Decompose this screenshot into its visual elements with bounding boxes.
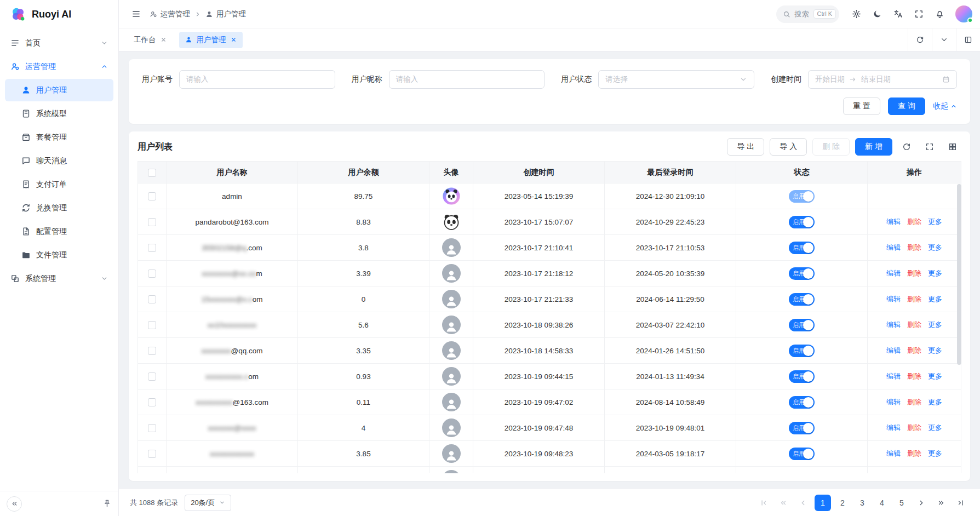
export-button[interactable]: 导 出 <box>727 138 764 156</box>
collapse-filter-link[interactable]: 收起 <box>933 101 957 111</box>
tab-workbench[interactable]: 工作台 <box>128 32 173 48</box>
more-link[interactable]: 更多 <box>928 423 942 432</box>
more-link[interactable]: 更多 <box>928 295 942 303</box>
tab-user-management[interactable]: 用户管理 <box>179 32 243 48</box>
row-checkbox[interactable] <box>148 424 156 432</box>
sidebar-toggle-button[interactable] <box>127 5 145 24</box>
status-toggle[interactable]: 启用 <box>789 293 815 306</box>
delete-link[interactable]: 删除 <box>907 372 921 380</box>
delete-link[interactable]: 删除 <box>907 449 921 457</box>
sidebar-item-payment-orders[interactable]: 支付订单 <box>5 173 113 196</box>
delete-link[interactable]: 删除 <box>907 269 921 277</box>
status-toggle[interactable]: 启用 <box>789 473 815 474</box>
language-button[interactable] <box>889 5 907 24</box>
refresh-tab-button[interactable] <box>908 28 932 51</box>
edit-link[interactable]: 编辑 <box>886 398 901 406</box>
settings-button[interactable] <box>847 5 866 24</box>
sidebar-item-system[interactable]: 系统管理 <box>5 267 113 290</box>
row-checkbox[interactable] <box>148 321 156 329</box>
status-toggle[interactable]: 启用 <box>789 422 815 434</box>
delete-link[interactable]: 删除 <box>907 423 921 432</box>
more-link[interactable]: 更多 <box>928 449 942 457</box>
dark-mode-button[interactable] <box>868 5 886 24</box>
status-toggle[interactable]: 启用 <box>789 267 815 280</box>
row-checkbox[interactable] <box>148 347 156 355</box>
sidebar-item-operations[interactable]: 运营管理 <box>5 55 113 78</box>
refresh-table-button[interactable] <box>898 138 915 156</box>
edit-link[interactable]: 编辑 <box>886 217 901 226</box>
next-page-button[interactable] <box>913 495 930 511</box>
more-link[interactable]: 更多 <box>928 269 942 277</box>
delete-link[interactable]: 删除 <box>907 320 921 329</box>
date-range-input[interactable]: 开始日期 结束日期 <box>808 70 957 89</box>
row-checkbox[interactable] <box>148 244 156 252</box>
sidebar-item-exchange-management[interactable]: 兑换管理 <box>5 197 113 219</box>
sidebar-item-user-management[interactable]: 用户管理 <box>5 79 113 101</box>
edit-link[interactable]: 编辑 <box>886 269 901 277</box>
more-link[interactable]: 更多 <box>928 346 942 354</box>
column-settings-button[interactable] <box>944 138 961 156</box>
prev-page-button[interactable] <box>795 495 811 511</box>
fullscreen-button[interactable] <box>909 5 928 24</box>
jump-forward-button[interactable] <box>933 495 949 511</box>
row-checkbox[interactable] <box>148 372 156 381</box>
edit-link[interactable]: 编辑 <box>886 372 901 380</box>
delete-link[interactable]: 删除 <box>907 243 921 251</box>
edit-link[interactable]: 编辑 <box>886 449 901 457</box>
edit-link[interactable]: 编辑 <box>886 423 901 432</box>
page-button[interactable]: 5 <box>893 495 910 511</box>
edit-link[interactable]: 编辑 <box>886 320 901 329</box>
first-page-button[interactable] <box>755 495 772 511</box>
row-checkbox[interactable] <box>148 450 156 458</box>
notifications-button[interactable] <box>930 5 949 24</box>
more-link[interactable]: 更多 <box>928 320 942 329</box>
account-input[interactable]: 请输入 <box>179 70 335 89</box>
sidebar-item-system-models[interactable]: 系统模型 <box>5 102 113 125</box>
status-toggle[interactable]: 启用 <box>789 370 815 383</box>
row-checkbox[interactable] <box>148 295 156 303</box>
import-button[interactable]: 导 入 <box>770 138 807 156</box>
expand-table-button[interactable] <box>921 138 938 156</box>
status-toggle[interactable]: 启用 <box>789 242 815 254</box>
delete-link[interactable]: 删除 <box>907 295 921 303</box>
status-select[interactable]: 请选择 <box>598 70 754 89</box>
delete-link[interactable]: 删除 <box>907 217 921 226</box>
delete-link[interactable]: 删除 <box>907 398 921 406</box>
collapse-sidebar-button[interactable] <box>7 496 22 512</box>
global-search[interactable]: 搜索 Ctrl K <box>776 5 840 23</box>
relayout-button[interactable] <box>956 28 980 51</box>
close-icon[interactable] <box>231 37 237 43</box>
page-button[interactable]: 4 <box>874 495 890 511</box>
status-toggle[interactable]: 启用 <box>789 345 815 357</box>
status-toggle[interactable]: 启用 <box>789 216 815 228</box>
status-toggle[interactable]: 启用 <box>789 190 815 203</box>
close-icon[interactable] <box>161 37 167 43</box>
select-all-checkbox[interactable] <box>148 169 156 177</box>
status-toggle[interactable]: 启用 <box>789 319 815 331</box>
sidebar-item-file-management[interactable]: 文件管理 <box>5 244 113 266</box>
delete-button[interactable]: 删 除 <box>812 138 850 156</box>
more-link[interactable]: 更多 <box>928 217 942 226</box>
jump-back-button[interactable] <box>775 495 792 511</box>
app-logo[interactable]: Ruoyi AI <box>0 0 118 28</box>
page-button[interactable]: 3 <box>854 495 870 511</box>
pin-sidebar-button[interactable] <box>102 499 112 508</box>
reset-button[interactable]: 重 置 <box>843 98 880 115</box>
breadcrumb-item-operations[interactable]: 运营管理 <box>150 9 190 19</box>
tab-options-button[interactable] <box>932 28 956 51</box>
page-button[interactable]: 2 <box>834 495 851 511</box>
edit-link[interactable]: 编辑 <box>886 346 901 354</box>
sidebar-item-config-management[interactable]: 配置管理 <box>5 220 113 243</box>
add-button[interactable]: 新 增 <box>855 138 892 156</box>
status-toggle[interactable]: 启用 <box>789 448 815 460</box>
more-link[interactable]: 更多 <box>928 398 942 406</box>
search-button[interactable]: 查 询 <box>888 98 925 115</box>
more-link[interactable]: 更多 <box>928 372 942 380</box>
sidebar-item-chat-messages[interactable]: 聊天消息 <box>5 150 113 172</box>
status-toggle[interactable]: 启用 <box>789 396 815 409</box>
delete-link[interactable]: 删除 <box>907 346 921 354</box>
more-link[interactable]: 更多 <box>928 243 942 251</box>
row-checkbox[interactable] <box>148 218 156 226</box>
row-checkbox[interactable] <box>148 192 156 200</box>
page-size-select[interactable]: 20条/页 <box>185 495 231 511</box>
